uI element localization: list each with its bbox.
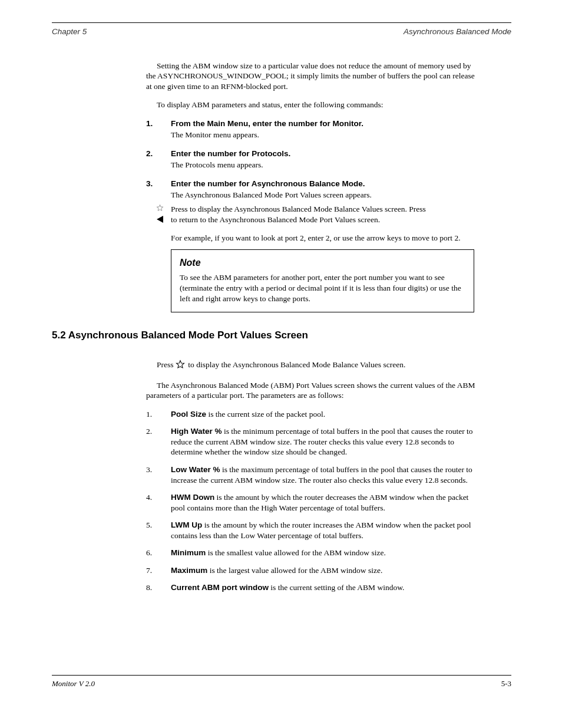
intro-paragraph: Setting the ABM window size to a particu…	[146, 61, 476, 92]
running-header: Chapter 5 Asynchronous Balanced Mode	[52, 27, 511, 37]
procedure-intro: To display ABM parameters and status, en…	[146, 100, 476, 110]
step-text: Enter the number for Protocols.	[171, 149, 290, 159]
param-item: 4. HWM Down is the amount by which the r…	[146, 492, 476, 513]
param-desc: is the amount by which the router increa…	[171, 521, 471, 540]
section-para-2-text: The Asynchronous Balanced Mode (ABM) Por…	[146, 381, 475, 400]
step-3-extra-line2: to return to the Asynchronous Balanced M…	[171, 215, 476, 225]
param-label: Low Water %	[171, 465, 220, 474]
param-desc: is the smallest value allowed for the AB…	[206, 548, 386, 557]
param-desc: is the amount by which the router decrea…	[171, 493, 468, 512]
step-text: Enter the number for Asynchronous Balanc…	[171, 179, 365, 189]
param-text: Maximum is the largest value allowed for…	[171, 565, 382, 576]
param-text: Current ABM port window is the current s…	[171, 582, 404, 593]
param-number: 2.	[146, 426, 171, 457]
top-rule	[52, 22, 511, 23]
triangle-left-icon	[153, 215, 166, 226]
note-body: To see the ABM parameters for another po…	[180, 272, 465, 304]
param-desc: is the largest value allowed for the ABM…	[207, 566, 382, 575]
param-item: 6. Minimum is the smallest value allowed…	[146, 548, 476, 558]
param-number: 4.	[146, 492, 171, 513]
footer-left: Monitor V 2.0	[52, 679, 95, 689]
step-3-result: The Asynchronous Balanced Mode Port Valu…	[171, 190, 476, 200]
step-number: 1.	[146, 118, 171, 129]
page-footer: Monitor V 2.0 5-3	[52, 675, 511, 689]
footer-page-number: 5-3	[501, 679, 511, 689]
note-box: Note To see the ABM parameters for anoth…	[171, 249, 474, 312]
param-desc: is the current size of the packet pool.	[206, 410, 325, 419]
param-label: Current ABM port window	[171, 583, 269, 592]
param-label: Minimum	[171, 548, 206, 557]
step-1: 1. From the Main Menu, enter the number …	[146, 118, 476, 129]
example-line: For example, if you want to look at port…	[171, 233, 476, 243]
param-item: 7. Maximum is the largest value allowed …	[146, 565, 476, 576]
note-title: Note	[180, 257, 465, 269]
param-number: 3.	[146, 465, 171, 485]
section-para-2: The Asynchronous Balanced Mode (ABM) Por…	[146, 380, 476, 401]
text-fragment: to display the Asynchronous Balanced Mod…	[190, 205, 426, 213]
step-1-result: The Monitor menu appears.	[171, 130, 476, 140]
page: Chapter 5 Asynchronous Balanced Mode Set…	[52, 22, 511, 600]
param-desc: is the current setting of the ABM window…	[269, 583, 404, 592]
parameter-list: 1. Pool Size is the current size of the …	[146, 409, 476, 593]
param-text: LWM Up is the amount by which the router…	[171, 520, 476, 541]
header-left: Chapter 5	[52, 27, 87, 37]
step-number: 3.	[146, 179, 171, 189]
section-heading: 5.2 Asynchronous Balanced Mode Port Valu…	[52, 329, 476, 342]
star-outline-icon	[176, 360, 185, 372]
text-fragment: Press	[171, 205, 190, 213]
param-number: 1.	[146, 409, 171, 420]
step-number: 2.	[146, 149, 171, 159]
procedure-steps: 1. From the Main Menu, enter the number …	[146, 118, 476, 312]
step-3: 3. Enter the number for Asynchronous Bal…	[146, 179, 476, 189]
section-para-1: Press to display the Asynchronous Balanc…	[146, 360, 476, 372]
param-label: HWM Down	[171, 493, 214, 502]
param-text: Low Water % is the maximum percentage of…	[171, 465, 476, 485]
param-item: 8. Current ABM port window is the curren…	[146, 582, 476, 593]
param-number: 6.	[146, 548, 171, 558]
param-item: 1. Pool Size is the current size of the …	[146, 409, 476, 420]
param-number: 7.	[146, 565, 171, 576]
step-text: From the Main Menu, enter the number for…	[171, 118, 363, 129]
param-label: Maximum	[171, 566, 207, 575]
intro-paragraph-text: Setting the ABM window size to a particu…	[146, 61, 475, 91]
step-2: 2. Enter the number for Protocols.	[146, 149, 476, 159]
param-text: HWM Down is the amount by which the rout…	[171, 492, 476, 513]
param-number: 8.	[146, 582, 171, 593]
text-fragment: to return to the Asynchronous Balanced M…	[171, 215, 380, 224]
text-fragment: Press	[157, 360, 176, 369]
param-item: 2. High Water % is the minimum percentag…	[146, 426, 476, 457]
body-column: Setting the ABM window size to a particu…	[146, 61, 476, 593]
param-label: High Water %	[171, 427, 222, 436]
param-text: High Water % is the minimum percentage o…	[171, 426, 476, 457]
star-outline-icon	[153, 204, 166, 215]
header-right: Asynchronous Balanced Mode	[404, 27, 511, 37]
param-text: Minimum is the smallest value allowed fo…	[171, 548, 386, 558]
step-3-extra-line1: Press to display the Asynchronous Balanc…	[171, 204, 476, 215]
param-label: Pool Size	[171, 410, 206, 419]
param-number: 5.	[146, 520, 171, 541]
text-fragment: to display the Asynchronous Balanced Mod…	[186, 360, 405, 369]
param-label: LWM Up	[171, 521, 202, 529]
param-item: 3. Low Water % is the maximum percentage…	[146, 465, 476, 485]
example-text: For example, if you want to look at port…	[171, 233, 461, 242]
step-2-result: The Protocols menu appears.	[171, 160, 476, 170]
procedure-intro-text: To display ABM parameters and status, en…	[157, 100, 383, 109]
param-text: Pool Size is the current size of the pac…	[171, 409, 325, 420]
param-item: 5. LWM Up is the amount by which the rou…	[146, 520, 476, 541]
bottom-rule	[52, 675, 511, 676]
